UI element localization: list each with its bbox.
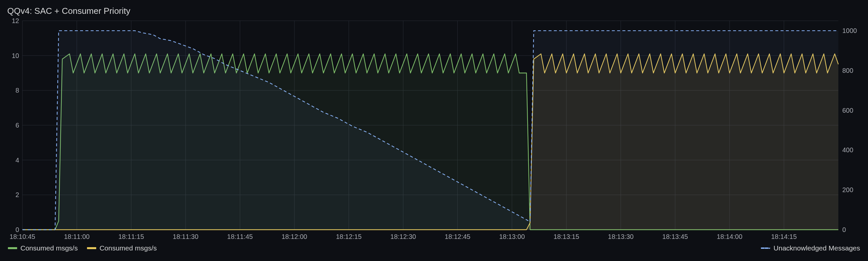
- plot-area[interactable]: 0246810120200400600800100018:10:4518:11:…: [7, 18, 861, 242]
- svg-text:18:11:15: 18:11:15: [118, 233, 144, 240]
- svg-text:400: 400: [842, 146, 853, 154]
- legend-swatch-yellow: [87, 247, 96, 249]
- svg-text:18:14:00: 18:14:00: [717, 233, 742, 240]
- legend-swatch-green: [8, 247, 17, 249]
- svg-text:18:12:00: 18:12:00: [281, 233, 307, 240]
- chart-panel: QQv4: SAC + Consumer Priority 0246810120…: [0, 0, 868, 261]
- svg-text:18:13:15: 18:13:15: [554, 233, 579, 240]
- svg-text:200: 200: [842, 186, 853, 193]
- legend-item-yellow[interactable]: Consumed msgs/s: [87, 244, 157, 252]
- svg-text:18:12:15: 18:12:15: [336, 233, 362, 240]
- svg-text:18:12:30: 18:12:30: [391, 233, 416, 240]
- svg-text:8: 8: [16, 87, 19, 94]
- svg-text:18:11:30: 18:11:30: [173, 233, 198, 240]
- svg-text:18:13:30: 18:13:30: [608, 233, 634, 240]
- svg-text:1000: 1000: [842, 27, 857, 34]
- legend-label-green: Consumed msgs/s: [21, 244, 78, 252]
- svg-text:0: 0: [842, 226, 846, 233]
- svg-text:6: 6: [16, 122, 19, 129]
- svg-text:2: 2: [16, 191, 19, 198]
- svg-text:18:13:45: 18:13:45: [662, 233, 688, 240]
- svg-text:18:11:00: 18:11:00: [64, 233, 90, 240]
- svg-text:18:12:45: 18:12:45: [445, 233, 471, 240]
- svg-text:12: 12: [12, 18, 19, 24]
- legend: Consumed msgs/s Consumed msgs/s Unacknow…: [7, 244, 861, 252]
- legend-label-blue: Unacknowledged Messages: [773, 244, 860, 252]
- svg-text:18:10:45: 18:10:45: [9, 233, 35, 240]
- svg-text:600: 600: [842, 107, 853, 114]
- svg-text:800: 800: [842, 67, 853, 74]
- svg-text:18:14:15: 18:14:15: [771, 233, 797, 240]
- legend-item-green[interactable]: Consumed msgs/s: [8, 244, 78, 252]
- legend-swatch-blue: [761, 248, 770, 249]
- svg-text:18:13:00: 18:13:00: [499, 233, 525, 240]
- svg-text:10: 10: [12, 52, 19, 59]
- svg-text:0: 0: [16, 226, 19, 233]
- legend-item-blue[interactable]: Unacknowledged Messages: [761, 244, 860, 252]
- legend-label-yellow: Consumed msgs/s: [99, 244, 157, 252]
- svg-text:18:11:45: 18:11:45: [227, 233, 253, 240]
- plot-svg: 0246810120200400600800100018:10:4518:11:…: [7, 18, 861, 242]
- svg-text:4: 4: [16, 157, 19, 164]
- legend-left: Consumed msgs/s Consumed msgs/s: [8, 244, 157, 252]
- panel-title: QQv4: SAC + Consumer Priority: [7, 6, 861, 16]
